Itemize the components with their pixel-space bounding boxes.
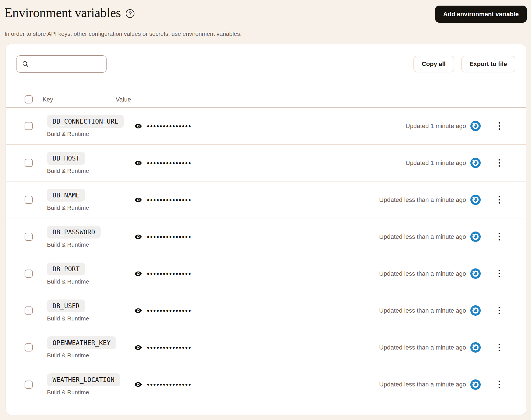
copy-all-button[interactable]: Copy all [413, 56, 454, 72]
updated-timestamp: Updated less than a minute ago [379, 344, 466, 351]
row-menu-button[interactable] [496, 157, 502, 169]
row-checkbox[interactable] [25, 306, 33, 315]
row-checkbox[interactable] [25, 381, 33, 389]
reveal-value-eye-icon[interactable] [134, 382, 142, 387]
table-body: DB_CONNECTION_URL Build & Runtime ••••••… [6, 108, 526, 403]
updated-timestamp: Updated less than a minute ago [379, 196, 466, 204]
page-title: Environment variables [4, 5, 121, 20]
row-checkbox[interactable] [25, 196, 33, 204]
row-menu-button[interactable] [496, 342, 502, 353]
column-header-key: Key [42, 96, 116, 103]
page-subtitle: In order to store API keys, other config… [0, 23, 531, 37]
reveal-value-eye-icon[interactable] [134, 308, 142, 313]
export-to-file-button[interactable]: Export to file [461, 56, 515, 72]
table-row: OPENWEATHER_KEY Build & Runtime ••••••••… [6, 329, 526, 366]
masked-value: •••••••••••••• [147, 196, 192, 204]
env-scope-label: Build & Runtime [47, 352, 134, 359]
table-row: DB_PASSWORD Build & Runtime ••••••••••••… [6, 218, 526, 255]
env-scope-label: Build & Runtime [47, 278, 134, 285]
reveal-value-eye-icon[interactable] [134, 345, 142, 350]
row-meta: Updated less than a minute ago [379, 379, 526, 390]
key-cell: DB_PORT Build & Runtime [47, 263, 134, 285]
key-cell: DB_HOST Build & Runtime [47, 152, 134, 174]
toolbar-actions: Copy all Export to file [413, 56, 515, 72]
key-cell: DB_CONNECTION_URL Build & Runtime [47, 115, 134, 137]
row-meta: Updated less than a minute ago [379, 268, 526, 279]
row-menu-button[interactable] [496, 379, 502, 390]
table-row: DB_NAME Build & Runtime •••••••••••••• U… [6, 181, 526, 218]
row-checkbox[interactable] [25, 233, 33, 241]
env-scope-label: Build & Runtime [47, 315, 134, 322]
row-checkbox[interactable] [25, 159, 33, 167]
env-key-badge: DB_PASSWORD [47, 226, 101, 239]
updated-timestamp: Updated less than a minute ago [379, 270, 466, 277]
reveal-value-eye-icon[interactable] [134, 160, 142, 166]
reveal-value-eye-icon[interactable] [134, 234, 142, 240]
sync-status-icon [470, 195, 481, 205]
row-checkbox[interactable] [25, 343, 33, 351]
sync-status-icon [470, 342, 481, 353]
env-scope-label: Build & Runtime [47, 131, 134, 137]
row-meta: Updated less than a minute ago [379, 231, 526, 242]
column-header-value: Value [116, 96, 131, 103]
search-wrap [16, 55, 107, 73]
row-menu-button[interactable] [496, 194, 502, 206]
value-cell: •••••••••••••• [134, 307, 192, 315]
env-scope-label: Build & Runtime [47, 389, 134, 396]
table-row: DB_PORT Build & Runtime •••••••••••••• U… [6, 255, 526, 292]
key-cell: OPENWEATHER_KEY Build & Runtime [47, 336, 134, 359]
env-key-badge: DB_USER [47, 299, 85, 312]
env-key-badge: DB_NAME [47, 189, 85, 202]
help-icon[interactable]: ? [126, 9, 134, 18]
row-menu-button[interactable] [496, 231, 502, 242]
table-header-row: Key Value [6, 91, 526, 108]
search-input[interactable] [16, 55, 107, 73]
row-menu-button[interactable] [496, 305, 502, 316]
reveal-value-eye-icon[interactable] [134, 271, 142, 277]
value-cell: •••••••••••••• [134, 381, 192, 388]
value-cell: •••••••••••••• [134, 122, 192, 130]
env-key-badge: OPENWEATHER_KEY [47, 336, 116, 349]
page-header: Environment variables ? Add environment … [0, 0, 531, 23]
sync-status-icon [470, 268, 481, 279]
masked-value: •••••••••••••• [147, 307, 192, 315]
row-meta: Updated less than a minute ago [379, 342, 526, 353]
masked-value: •••••••••••••• [147, 270, 192, 278]
value-cell: •••••••••••••• [134, 233, 192, 241]
row-meta: Updated less than a minute ago [379, 305, 526, 316]
masked-value: •••••••••••••• [147, 122, 192, 130]
env-key-badge: DB_PORT [47, 263, 85, 275]
row-checkbox[interactable] [25, 270, 33, 278]
masked-value: •••••••••••••• [147, 381, 192, 388]
select-all-checkbox[interactable] [25, 95, 33, 103]
env-scope-label: Build & Runtime [47, 204, 134, 211]
table-row: DB_USER Build & Runtime •••••••••••••• U… [6, 292, 526, 329]
env-scope-label: Build & Runtime [47, 167, 134, 174]
updated-timestamp: Updated 1 minute ago [406, 122, 466, 130]
sync-status-icon [470, 158, 481, 168]
row-menu-button[interactable] [496, 121, 502, 132]
card-toolbar: Copy all Export to file [6, 44, 526, 73]
key-cell: DB_NAME Build & Runtime [47, 189, 134, 211]
masked-value: •••••••••••••• [147, 233, 192, 241]
add-environment-variable-button[interactable]: Add environment variable [435, 6, 527, 23]
sync-status-icon [470, 379, 481, 390]
reveal-value-eye-icon[interactable] [134, 197, 142, 203]
row-meta: Updated 1 minute ago [406, 121, 526, 132]
sync-status-icon [470, 121, 481, 131]
value-cell: •••••••••••••• [134, 196, 192, 204]
key-cell: DB_PASSWORD Build & Runtime [47, 226, 134, 248]
updated-timestamp: Updated 1 minute ago [406, 159, 466, 167]
env-key-badge: DB_CONNECTION_URL [47, 115, 124, 128]
updated-timestamp: Updated less than a minute ago [379, 381, 466, 388]
row-menu-button[interactable] [496, 268, 502, 279]
key-cell: DB_USER Build & Runtime [47, 299, 134, 322]
title-row: Environment variables ? [4, 5, 134, 20]
masked-value: •••••••••••••• [147, 159, 192, 167]
value-cell: •••••••••••••• [134, 159, 192, 167]
row-meta: Updated less than a minute ago [379, 194, 526, 206]
table-row: DB_CONNECTION_URL Build & Runtime ••••••… [6, 108, 526, 145]
reveal-value-eye-icon[interactable] [134, 123, 142, 129]
row-checkbox[interactable] [25, 122, 33, 130]
masked-value: •••••••••••••• [147, 344, 192, 351]
